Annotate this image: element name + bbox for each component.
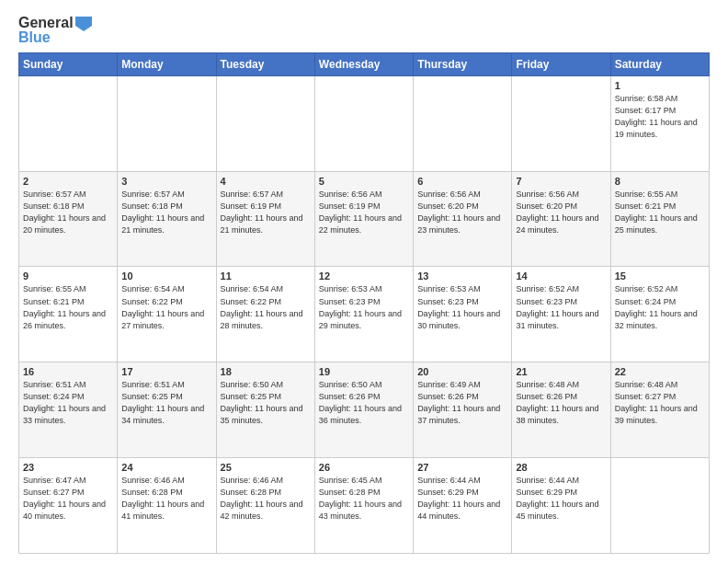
day-number: 2	[23, 176, 113, 187]
day-info: Sunrise: 6:58 AM Sunset: 6:17 PM Dayligh…	[615, 93, 705, 141]
day-cell: 12Sunrise: 6:53 AM Sunset: 6:23 PM Dayli…	[314, 267, 413, 362]
logo-text-block: General Blue	[18, 15, 92, 47]
day-cell: 27Sunrise: 6:44 AM Sunset: 6:29 PM Dayli…	[414, 458, 512, 554]
week-row-3: 16Sunrise: 6:51 AM Sunset: 6:24 PM Dayli…	[19, 362, 710, 458]
day-number: 19	[319, 366, 409, 377]
header: General Blue	[18, 15, 710, 47]
day-cell: 15Sunrise: 6:52 AM Sunset: 6:24 PM Dayli…	[610, 267, 709, 362]
weekday-header-row: SundayMondayTuesdayWednesdayThursdayFrid…	[19, 52, 710, 75]
day-info: Sunrise: 6:44 AM Sunset: 6:29 PM Dayligh…	[516, 475, 606, 523]
day-info: Sunrise: 6:57 AM Sunset: 6:18 PM Dayligh…	[121, 189, 211, 236]
day-info: Sunrise: 6:57 AM Sunset: 6:19 PM Dayligh…	[221, 189, 311, 236]
day-cell: 17Sunrise: 6:51 AM Sunset: 6:25 PM Dayli…	[118, 362, 216, 458]
weekday-header-monday: Monday	[118, 52, 216, 75]
day-info: Sunrise: 6:53 AM Sunset: 6:23 PM Dayligh…	[319, 283, 409, 331]
weekday-header-saturday: Saturday	[610, 52, 709, 75]
day-number: 5	[319, 176, 409, 187]
weekday-header-thursday: Thursday	[414, 52, 512, 75]
day-info: Sunrise: 6:55 AM Sunset: 6:21 PM Dayligh…	[23, 283, 113, 331]
week-row-2: 9Sunrise: 6:55 AM Sunset: 6:21 PM Daylig…	[19, 267, 710, 362]
day-info: Sunrise: 6:57 AM Sunset: 6:18 PM Dayligh…	[23, 189, 113, 236]
day-number: 6	[417, 176, 507, 187]
day-info: Sunrise: 6:46 AM Sunset: 6:28 PM Dayligh…	[221, 475, 311, 523]
day-info: Sunrise: 6:48 AM Sunset: 6:27 PM Dayligh…	[615, 379, 705, 427]
day-number: 14	[516, 270, 606, 282]
day-info: Sunrise: 6:56 AM Sunset: 6:20 PM Dayligh…	[516, 189, 606, 236]
day-cell: 23Sunrise: 6:47 AM Sunset: 6:27 PM Dayli…	[19, 458, 118, 554]
day-cell	[314, 75, 413, 171]
day-cell	[512, 75, 610, 171]
day-info: Sunrise: 6:51 AM Sunset: 6:25 PM Dayligh…	[121, 379, 211, 427]
calendar-table: SundayMondayTuesdayWednesdayThursdayFrid…	[18, 52, 710, 554]
day-cell: 16Sunrise: 6:51 AM Sunset: 6:24 PM Dayli…	[19, 362, 118, 458]
day-info: Sunrise: 6:54 AM Sunset: 6:22 PM Dayligh…	[121, 283, 211, 331]
day-info: Sunrise: 6:45 AM Sunset: 6:28 PM Dayligh…	[319, 475, 409, 523]
day-cell: 10Sunrise: 6:54 AM Sunset: 6:22 PM Dayli…	[118, 267, 216, 362]
day-info: Sunrise: 6:51 AM Sunset: 6:24 PM Dayligh…	[23, 379, 113, 427]
day-cell: 19Sunrise: 6:50 AM Sunset: 6:26 PM Dayli…	[314, 362, 413, 458]
week-row-0: 1Sunrise: 6:58 AM Sunset: 6:17 PM Daylig…	[19, 75, 710, 171]
day-number: 7	[516, 176, 606, 187]
day-cell	[19, 75, 118, 171]
day-cell: 4Sunrise: 6:57 AM Sunset: 6:19 PM Daylig…	[216, 171, 314, 267]
day-number: 17	[121, 366, 211, 377]
day-number: 11	[221, 270, 311, 282]
day-cell: 22Sunrise: 6:48 AM Sunset: 6:27 PM Dayli…	[610, 362, 709, 458]
day-number: 12	[319, 270, 409, 282]
day-cell: 6Sunrise: 6:56 AM Sunset: 6:20 PM Daylig…	[414, 171, 512, 267]
day-cell: 13Sunrise: 6:53 AM Sunset: 6:23 PM Dayli…	[414, 267, 512, 362]
day-cell: 25Sunrise: 6:46 AM Sunset: 6:28 PM Dayli…	[216, 458, 314, 554]
day-cell	[216, 75, 314, 171]
day-info: Sunrise: 6:46 AM Sunset: 6:28 PM Dayligh…	[121, 475, 211, 523]
day-cell: 9Sunrise: 6:55 AM Sunset: 6:21 PM Daylig…	[19, 267, 118, 362]
day-number: 26	[319, 462, 409, 473]
day-cell: 5Sunrise: 6:56 AM Sunset: 6:19 PM Daylig…	[314, 171, 413, 267]
weekday-header-wednesday: Wednesday	[314, 52, 413, 75]
day-cell: 7Sunrise: 6:56 AM Sunset: 6:20 PM Daylig…	[512, 171, 610, 267]
day-info: Sunrise: 6:56 AM Sunset: 6:19 PM Dayligh…	[319, 189, 409, 236]
weekday-header-friday: Friday	[512, 52, 610, 75]
day-info: Sunrise: 6:52 AM Sunset: 6:24 PM Dayligh…	[615, 283, 705, 331]
day-cell	[414, 75, 512, 171]
day-number: 24	[121, 462, 211, 473]
day-info: Sunrise: 6:53 AM Sunset: 6:23 PM Dayligh…	[417, 283, 507, 331]
day-number: 28	[516, 462, 606, 473]
day-info: Sunrise: 6:50 AM Sunset: 6:25 PM Dayligh…	[221, 379, 311, 427]
day-number: 13	[417, 270, 507, 282]
day-info: Sunrise: 6:47 AM Sunset: 6:27 PM Dayligh…	[23, 475, 113, 523]
day-number: 18	[221, 366, 311, 377]
day-cell: 18Sunrise: 6:50 AM Sunset: 6:25 PM Dayli…	[216, 362, 314, 458]
day-cell: 24Sunrise: 6:46 AM Sunset: 6:28 PM Dayli…	[118, 458, 216, 554]
week-row-4: 23Sunrise: 6:47 AM Sunset: 6:27 PM Dayli…	[19, 458, 710, 554]
logo: General Blue	[18, 15, 92, 47]
day-cell	[118, 75, 216, 171]
day-number: 23	[23, 462, 113, 473]
day-cell: 26Sunrise: 6:45 AM Sunset: 6:28 PM Dayli…	[314, 458, 413, 554]
day-cell: 21Sunrise: 6:48 AM Sunset: 6:26 PM Dayli…	[512, 362, 610, 458]
day-cell: 14Sunrise: 6:52 AM Sunset: 6:23 PM Dayli…	[512, 267, 610, 362]
weekday-header-sunday: Sunday	[19, 52, 118, 75]
day-number: 1	[615, 80, 705, 91]
day-info: Sunrise: 6:52 AM Sunset: 6:23 PM Dayligh…	[516, 283, 606, 331]
day-number: 4	[221, 176, 311, 187]
day-info: Sunrise: 6:48 AM Sunset: 6:26 PM Dayligh…	[516, 379, 606, 427]
day-info: Sunrise: 6:55 AM Sunset: 6:21 PM Dayligh…	[615, 189, 705, 236]
day-info: Sunrise: 6:54 AM Sunset: 6:22 PM Dayligh…	[221, 283, 311, 331]
svg-marker-0	[75, 17, 92, 31]
day-cell: 1Sunrise: 6:58 AM Sunset: 6:17 PM Daylig…	[610, 75, 709, 171]
day-cell: 3Sunrise: 6:57 AM Sunset: 6:18 PM Daylig…	[118, 171, 216, 267]
page: General Blue SundayMondayTuesdayWednesda…	[0, 0, 728, 563]
day-number: 9	[23, 270, 113, 282]
day-cell: 11Sunrise: 6:54 AM Sunset: 6:22 PM Dayli…	[216, 267, 314, 362]
day-cell: 28Sunrise: 6:44 AM Sunset: 6:29 PM Dayli…	[512, 458, 610, 554]
day-number: 3	[121, 176, 211, 187]
logo-arrow-icon	[75, 17, 92, 31]
day-cell: 8Sunrise: 6:55 AM Sunset: 6:21 PM Daylig…	[610, 171, 709, 267]
day-info: Sunrise: 6:44 AM Sunset: 6:29 PM Dayligh…	[417, 475, 507, 523]
day-info: Sunrise: 6:50 AM Sunset: 6:26 PM Dayligh…	[319, 379, 409, 427]
week-row-1: 2Sunrise: 6:57 AM Sunset: 6:18 PM Daylig…	[19, 171, 710, 267]
day-number: 8	[615, 176, 705, 187]
day-number: 10	[121, 270, 211, 282]
logo-blue: Blue	[18, 29, 51, 46]
day-number: 15	[615, 270, 705, 282]
